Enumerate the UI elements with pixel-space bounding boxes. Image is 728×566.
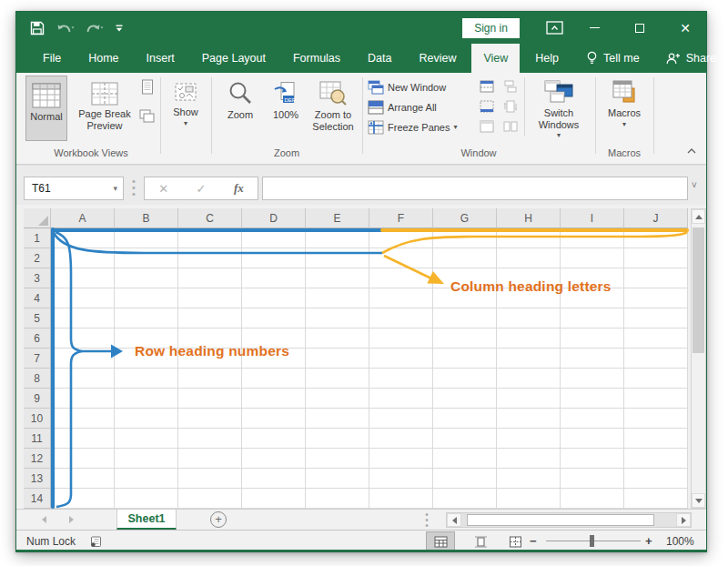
zoom-button[interactable]: Zoom (218, 76, 262, 141)
custom-views-button[interactable] (138, 107, 157, 126)
unhide-window-button[interactable] (479, 118, 495, 135)
sheet-tab-sheet1[interactable]: Sheet1 (116, 510, 177, 530)
view-side-by-side-button[interactable] (502, 78, 519, 95)
vertical-scrollbar-thumb[interactable] (693, 227, 704, 353)
column-header-E[interactable]: E (306, 208, 369, 228)
select-all-corner[interactable] (24, 208, 51, 228)
tab-page-layout[interactable]: Page Layout (190, 44, 278, 73)
tab-home[interactable]: Home (76, 44, 130, 73)
zoom-in-button[interactable]: + (645, 534, 652, 548)
column-header-C[interactable]: C (178, 208, 242, 228)
formula-bar-splitter[interactable]: ••• (131, 178, 136, 197)
row-header-7[interactable]: 7 (24, 349, 51, 369)
name-box[interactable]: T61 ▾ (24, 177, 124, 200)
status-page-layout-button[interactable] (466, 531, 495, 551)
minimize-button[interactable] (581, 12, 608, 44)
tab-view[interactable]: View (471, 44, 520, 73)
formula-input[interactable] (262, 177, 688, 200)
page-break-preview-button[interactable]: Page Break Preview (69, 76, 140, 141)
row-heading-annotation: Row heading numbers (135, 343, 289, 359)
previous-sheet-button[interactable] (42, 516, 46, 523)
tab-data[interactable]: Data (356, 44, 403, 73)
column-header-A[interactable]: A (51, 208, 115, 228)
collapse-ribbon-button[interactable] (686, 147, 697, 157)
split-button[interactable] (479, 78, 495, 95)
name-box-caret-icon: ▾ (113, 184, 117, 193)
zoom-percentage[interactable]: 100% (666, 535, 694, 548)
undo-button[interactable] (56, 22, 75, 34)
row-header-14[interactable]: 14 (24, 489, 51, 509)
row-header-1[interactable]: 1 (24, 228, 51, 248)
row-header-10[interactable]: 10 (24, 409, 51, 429)
status-page-layout-icon (474, 536, 488, 548)
horizontal-scrollbar-thumb[interactable] (467, 514, 654, 526)
maximize-button[interactable] (626, 12, 653, 44)
cell-grid[interactable] (51, 228, 688, 509)
zoom-slider-handle[interactable] (590, 535, 594, 547)
zoom-to-selection-button[interactable]: Zoom to Selection (308, 76, 359, 141)
row-header-6[interactable]: 6 (24, 328, 51, 349)
row-header-8[interactable]: 8 (24, 369, 51, 389)
hide-window-button[interactable] (479, 98, 495, 115)
row-header-13[interactable]: 13 (24, 469, 51, 489)
reset-window-position-button[interactable] (502, 118, 519, 135)
row-header-3[interactable]: 3 (24, 268, 51, 288)
row-header-9[interactable]: 9 (24, 389, 51, 409)
page-layout-view-icon (140, 79, 155, 96)
sign-in-button[interactable]: Sign in (462, 18, 520, 38)
row-header-2[interactable]: 2 (24, 248, 51, 268)
tab-share[interactable]: Share (653, 44, 728, 73)
scroll-left-button[interactable] (447, 513, 461, 527)
horizontal-scrollbar[interactable] (446, 512, 692, 528)
next-sheet-button[interactable] (69, 516, 74, 523)
column-header-H[interactable]: H (497, 208, 561, 228)
tab-tell-me[interactable]: Tell me (574, 44, 652, 73)
tab-review[interactable]: Review (407, 44, 468, 73)
minimize-icon (590, 27, 600, 29)
tab-help[interactable]: Help (523, 44, 571, 73)
column-header-I[interactable]: I (561, 208, 624, 228)
scroll-down-button[interactable] (692, 493, 705, 508)
tab-bar-splitter[interactable]: ••• (424, 512, 430, 529)
macros-button[interactable]: Macros ▾ (599, 76, 650, 147)
new-window-button[interactable]: New Window (368, 79, 446, 96)
freeze-panes-button[interactable]: Freeze Panes ▾ (368, 119, 458, 136)
column-header-B[interactable]: B (115, 208, 178, 228)
column-header-F[interactable]: F (369, 208, 433, 228)
status-page-break-button[interactable] (500, 531, 530, 551)
close-button[interactable]: ✕ (672, 12, 699, 44)
zoom-100-button[interactable]: DER 100% (266, 76, 306, 141)
row-header-4[interactable]: 4 (24, 288, 51, 308)
show-button[interactable]: Show ▾ (165, 76, 207, 141)
tab-file[interactable]: File (31, 44, 73, 73)
redo-button[interactable] (86, 22, 104, 34)
title-bar: Sign in ✕ (16, 12, 706, 44)
status-normal-view-button[interactable] (426, 531, 455, 551)
row-header-12[interactable]: 12 (24, 449, 51, 469)
new-sheet-button[interactable]: + (210, 511, 227, 528)
cancel-entry-button[interactable]: ✕ (145, 182, 182, 196)
expand-formula-bar-button[interactable]: ˅ (692, 180, 697, 190)
tab-formulas[interactable]: Formulas (281, 44, 352, 73)
arrange-all-button[interactable]: Arrange All (368, 99, 437, 116)
insert-function-button[interactable]: fx (220, 181, 258, 196)
column-header-G[interactable]: G (433, 208, 497, 228)
row-header-5[interactable]: 5 (24, 308, 51, 328)
save-button[interactable] (29, 20, 46, 36)
zoom-to-selection-label: Zoom to Selection (308, 109, 359, 132)
synchronous-scrolling-button[interactable] (502, 98, 519, 115)
normal-view-button[interactable]: Normal (25, 76, 67, 141)
tab-insert[interactable]: Insert (135, 44, 187, 73)
column-header-J[interactable]: J (624, 208, 688, 228)
ribbon-display-options-button[interactable] (541, 12, 568, 44)
scroll-up-button[interactable] (692, 209, 705, 224)
scroll-right-button[interactable] (676, 513, 691, 527)
column-header-D[interactable]: D (242, 208, 306, 228)
switch-windows-button[interactable]: Switch Windows ▾ (530, 76, 588, 147)
vertical-scrollbar[interactable] (691, 208, 706, 509)
row-header-11[interactable]: 11 (24, 429, 51, 449)
page-layout-view-button[interactable] (138, 78, 157, 96)
zoom-out-button[interactable]: − (530, 534, 537, 548)
customize-qat-button[interactable] (115, 24, 124, 33)
enter-entry-button[interactable]: ✓ (182, 182, 219, 196)
